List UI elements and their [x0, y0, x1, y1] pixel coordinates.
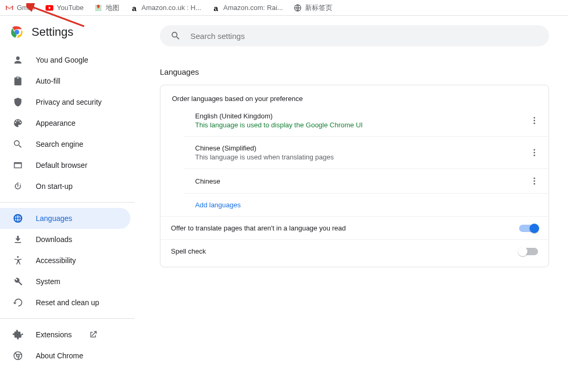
search-icon — [13, 139, 23, 149]
person-icon — [13, 55, 23, 65]
amazon-icon: a — [130, 4, 138, 12]
sidebar-separator — [0, 318, 135, 319]
svg-point-16 — [534, 183, 535, 185]
search-settings-input[interactable] — [189, 31, 539, 41]
sidebar-item-reset[interactable]: Reset and clean up — [0, 292, 130, 313]
languages-card-header: Order languages based on your preference — [160, 89, 549, 105]
amazon-icon: a — [211, 4, 220, 12]
add-languages-button[interactable]: Add languages — [184, 194, 549, 216]
more-options-icon[interactable] — [530, 176, 539, 186]
bookmark-youtube[interactable]: YouTube — [45, 4, 84, 12]
main-content: Languages Order languages based on your … — [135, 16, 568, 392]
bookmark-label: Gmail — [17, 4, 35, 12]
svg-point-5 — [17, 256, 18, 258]
sidebar-item-appearance[interactable]: Appearance — [0, 113, 130, 134]
page-title: Settings — [32, 25, 74, 39]
bookmark-maps[interactable]: 地图 — [94, 3, 119, 13]
language-list: English (United Kingdom) This language i… — [184, 105, 549, 216]
svg-point-10 — [534, 123, 535, 124]
bookmark-label: 新标签页 — [305, 3, 332, 13]
sidebar-item-autofill[interactable]: Auto-fill — [0, 71, 130, 92]
spell-check-toggle[interactable] — [519, 248, 538, 255]
offer-translate-toggle[interactable] — [519, 225, 538, 232]
sidebar-item-label: Appearance — [36, 119, 76, 127]
maps-icon — [94, 4, 103, 12]
svg-point-11 — [534, 149, 535, 150]
globe-icon — [293, 4, 302, 12]
more-options-icon[interactable] — [530, 116, 539, 125]
setting-label: Spell check — [171, 247, 206, 255]
sidebar-item-label: About Chrome — [36, 351, 83, 360]
bookmark-newtab[interactable]: 新标签页 — [293, 3, 332, 13]
sidebar-item-label: Reset and clean up — [36, 298, 99, 307]
sidebar-item-label: Downloads — [36, 235, 72, 244]
svg-point-9 — [534, 120, 535, 122]
svg-point-12 — [534, 152, 535, 154]
bookmark-bar: Gmail YouTube 地图 a Amazon.co.uk : H... a… — [0, 0, 568, 16]
setting-offer-translate: Offer to translate pages that aren't in … — [160, 216, 549, 239]
language-row: English (United Kingdom) This language i… — [184, 105, 549, 137]
search-settings[interactable] — [160, 25, 549, 46]
language-name: English (United Kingdom) — [195, 112, 363, 120]
svg-point-14 — [534, 177, 535, 179]
language-row: Chinese — [184, 169, 549, 194]
language-subtitle: This language is used when translating p… — [195, 153, 334, 161]
section-title-languages: Languages — [160, 67, 549, 76]
svg-point-15 — [534, 180, 535, 182]
bookmark-amazoncom[interactable]: a Amazon.com: Rai... — [211, 4, 282, 12]
sidebar-item-accessibility[interactable]: Accessibility — [0, 250, 130, 271]
palette-icon — [13, 118, 23, 128]
svg-point-13 — [534, 155, 535, 156]
sidebar-item-label: Extensions — [36, 330, 72, 339]
bookmark-amazonuk[interactable]: a Amazon.co.uk : H... — [130, 4, 201, 12]
sidebar-item-label: Privacy and security — [36, 98, 102, 106]
svg-point-8 — [534, 117, 535, 118]
sidebar-item-label: On start-up — [36, 182, 73, 190]
youtube-icon — [45, 4, 54, 12]
sidebar-item-label: Languages — [36, 214, 72, 223]
sidebar-item-system[interactable]: System — [0, 271, 130, 292]
more-options-icon[interactable] — [530, 148, 539, 157]
sidebar-item-languages[interactable]: Languages — [0, 208, 130, 229]
accessibility-icon — [13, 255, 23, 266]
sidebar-item-extensions[interactable]: Extensions — [0, 324, 130, 345]
globe-icon — [13, 213, 23, 224]
app-title-bar: Settings — [0, 21, 135, 49]
sidebar: Settings You and Google Auto-fill Privac… — [0, 16, 135, 392]
sidebar-item-about[interactable]: About Chrome — [0, 345, 130, 366]
bookmark-label: 地图 — [106, 3, 119, 13]
sidebar-item-label: Accessibility — [36, 256, 76, 265]
setting-spell-check: Spell check — [160, 239, 549, 263]
search-icon — [170, 31, 181, 41]
language-name: Chinese (Simplified) — [195, 144, 334, 152]
sidebar-item-search-engine[interactable]: Search engine — [0, 134, 130, 155]
bookmark-gmail[interactable]: Gmail — [5, 4, 35, 12]
power-icon — [13, 181, 23, 192]
open-external-icon — [88, 330, 98, 339]
sidebar-item-label: System — [36, 277, 60, 286]
sidebar-item-label: Search engine — [36, 140, 83, 148]
language-row: Chinese (Simplified) This language is us… — [184, 137, 549, 169]
bookmark-label: YouTube — [57, 4, 84, 12]
bookmark-label: Amazon.co.uk : H... — [141, 4, 201, 12]
sidebar-item-label: You and Google — [36, 56, 88, 64]
sidebar-item-startup[interactable]: On start-up — [0, 176, 130, 197]
wrench-icon — [13, 276, 23, 287]
clipboard-icon — [13, 76, 23, 86]
sidebar-separator — [0, 202, 135, 203]
chrome-outline-icon — [13, 350, 23, 361]
browser-icon — [13, 160, 23, 170]
language-subtitle: This language is used to display the Goo… — [195, 121, 363, 129]
shield-icon — [13, 97, 23, 107]
download-icon — [13, 234, 23, 245]
sidebar-item-label: Auto-fill — [36, 77, 60, 85]
languages-card: Order languages based on your preference… — [160, 85, 549, 267]
sidebar-item-default-browser[interactable]: Default browser — [0, 155, 130, 176]
sidebar-item-downloads[interactable]: Downloads — [0, 229, 130, 250]
language-name: Chinese — [195, 177, 220, 185]
restore-icon — [13, 297, 23, 308]
sidebar-item-you-and-google[interactable]: You and Google — [0, 49, 130, 71]
sidebar-item-label: Default browser — [36, 161, 87, 169]
sidebar-item-privacy[interactable]: Privacy and security — [0, 92, 130, 113]
bookmark-label: Amazon.com: Rai... — [223, 4, 282, 12]
